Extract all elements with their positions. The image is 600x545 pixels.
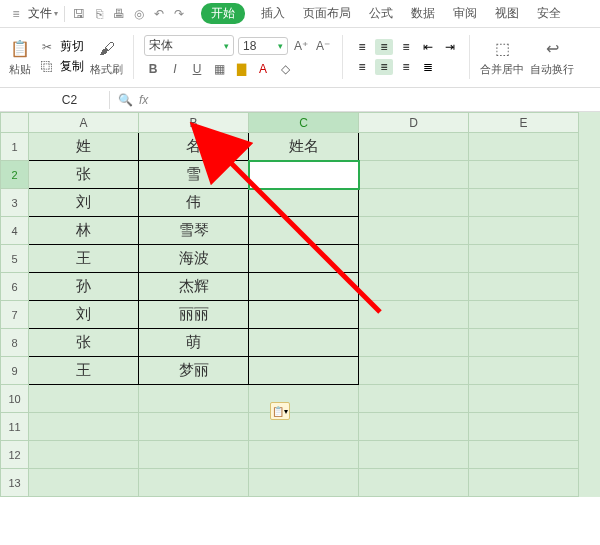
cell-b1[interactable]: 名 [139,133,249,161]
format-painter-button[interactable]: 🖌 格式刷 [90,37,123,77]
cell-d10[interactable] [359,385,469,413]
cell-d5[interactable] [359,245,469,273]
cell-e12[interactable] [469,441,579,469]
col-header-b[interactable]: B [139,113,249,133]
cell-e4[interactable] [469,217,579,245]
preview-icon[interactable]: ◎ [131,6,147,22]
cell-c7[interactable] [249,301,359,329]
menu-icon[interactable]: ≡ [8,6,24,22]
align-bottom-icon[interactable]: ≡ [397,39,415,55]
col-header-c[interactable]: C [249,113,359,133]
cell-e3[interactable] [469,189,579,217]
save-icon[interactable]: 🖫 [71,6,87,22]
cell-b10[interactable] [139,385,249,413]
save-as-icon[interactable]: ⎘ [91,6,107,22]
row-header-13[interactable]: 13 [1,469,29,497]
row-header-1[interactable]: 1 [1,133,29,161]
print-icon[interactable]: 🖶 [111,6,127,22]
row-header-5[interactable]: 5 [1,245,29,273]
clear-format-icon[interactable]: ◇ [276,60,294,78]
name-box[interactable]: C2 [30,91,110,109]
cell-c6[interactable] [249,273,359,301]
cell-b9[interactable]: 梦丽 [139,357,249,385]
cell-d8[interactable] [359,329,469,357]
cell-b11[interactable] [139,413,249,441]
redo-icon[interactable]: ↷ [171,6,187,22]
cell-a1[interactable]: 姓 [29,133,139,161]
row-header-6[interactable]: 6 [1,273,29,301]
cell-d9[interactable] [359,357,469,385]
cell-e1[interactable] [469,133,579,161]
cell-c10[interactable] [249,385,359,413]
cell-d11[interactable] [359,413,469,441]
cell-a4[interactable]: 林 [29,217,139,245]
cell-c1[interactable]: 姓名 [249,133,359,161]
tab-security[interactable]: 安全 [535,3,563,24]
fill-color-icon[interactable]: ▇ [232,60,250,78]
tab-page-layout[interactable]: 页面布局 [301,3,353,24]
cell-a8[interactable]: 张 [29,329,139,357]
align-center-icon[interactable]: ≡ [375,59,393,75]
font-size-select[interactable]: 18 ▾ [238,37,288,55]
cell-d2[interactable] [359,161,469,189]
undo-icon[interactable]: ↶ [151,6,167,22]
justify-icon[interactable]: ≣ [419,59,437,75]
cell-b2[interactable]: 雪 [139,161,249,189]
indent-decrease-icon[interactable]: ⇤ [419,39,437,55]
cell-c8[interactable] [249,329,359,357]
increase-font-icon[interactable]: A⁺ [292,37,310,55]
row-header-8[interactable]: 8 [1,329,29,357]
tab-view[interactable]: 视图 [493,3,521,24]
tab-start[interactable]: 开始 [201,3,245,24]
cell-b3[interactable]: 伟 [139,189,249,217]
cell-a12[interactable] [29,441,139,469]
cell-e7[interactable] [469,301,579,329]
cell-a7[interactable]: 刘 [29,301,139,329]
file-menu[interactable]: 文件 ▾ [28,5,58,22]
font-color-icon[interactable]: A [254,60,272,78]
cell-e5[interactable] [469,245,579,273]
cell-b13[interactable] [139,469,249,497]
cell-e11[interactable] [469,413,579,441]
cell-b6[interactable]: 杰辉 [139,273,249,301]
cut-button[interactable]: ✂ 剪切 [38,38,84,56]
cell-a11[interactable] [29,413,139,441]
cell-e6[interactable] [469,273,579,301]
underline-icon[interactable]: U [188,60,206,78]
cell-b8[interactable]: 萌 [139,329,249,357]
cell-d13[interactable] [359,469,469,497]
formula-bar[interactable]: 🔍 fx [110,93,600,107]
row-header-4[interactable]: 4 [1,217,29,245]
cell-a13[interactable] [29,469,139,497]
cell-e8[interactable] [469,329,579,357]
row-header-3[interactable]: 3 [1,189,29,217]
cell-d6[interactable] [359,273,469,301]
merge-center-button[interactable]: ⬚ 合并居中 [480,37,524,77]
row-header-9[interactable]: 9 [1,357,29,385]
spreadsheet-grid[interactable]: A B C D E 1 姓 名 姓名 2 张 雪 3 刘 伟 4 林 雪琴 5 [0,112,600,497]
align-middle-icon[interactable]: ≡ [375,39,393,55]
select-all-corner[interactable] [1,113,29,133]
border-icon[interactable]: ▦ [210,60,228,78]
col-header-e[interactable]: E [469,113,579,133]
cell-b7[interactable]: 丽丽 [139,301,249,329]
indent-increase-icon[interactable]: ⇥ [441,39,459,55]
cell-a9[interactable]: 王 [29,357,139,385]
row-header-11[interactable]: 11 [1,413,29,441]
wrap-text-button[interactable]: ↩ 自动换行 [530,37,574,77]
cell-e9[interactable] [469,357,579,385]
cell-a6[interactable]: 孙 [29,273,139,301]
decrease-font-icon[interactable]: A⁻ [314,37,332,55]
cell-c12[interactable] [249,441,359,469]
paste-options-button[interactable]: 📋▾ [270,402,290,420]
cell-b5[interactable]: 海波 [139,245,249,273]
row-header-10[interactable]: 10 [1,385,29,413]
bold-icon[interactable]: B [144,60,162,78]
tab-data[interactable]: 数据 [409,3,437,24]
col-header-a[interactable]: A [29,113,139,133]
align-right-icon[interactable]: ≡ [397,59,415,75]
cell-b4[interactable]: 雪琴 [139,217,249,245]
tab-insert[interactable]: 插入 [259,3,287,24]
cell-c13[interactable] [249,469,359,497]
cell-a2[interactable]: 张 [29,161,139,189]
